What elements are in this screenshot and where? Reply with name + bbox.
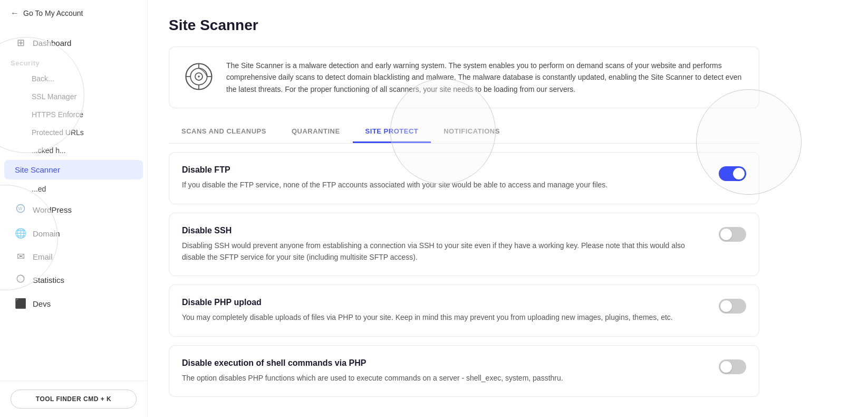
sidebar-item-devs[interactable]: ⬛ Devs [4, 292, 143, 315]
protect-section-shell-commands: Disable execution of shell commands via … [169, 345, 759, 397]
toggle-knob-php-upload [720, 300, 732, 312]
sidebar: ← Go To My Account ⊞ Dashboard Security … [0, 0, 148, 417]
sidebar-item-site-scanner[interactable]: Site Scanner [4, 160, 143, 179]
toggle-shell-commands[interactable] [719, 359, 746, 374]
sidebar-item-https-enforce[interactable]: HTTPS Enforce [4, 106, 143, 123]
sidebar-item-ssl-manager[interactable]: SSL Manager [4, 88, 143, 105]
sidebar-label-devs: Devs [33, 299, 51, 308]
toggle-wrap-ssh [719, 226, 746, 242]
tabs: SCANS AND CLEANUPS QUARANTINE SITE PROTE… [169, 121, 759, 144]
toggle-knob-ftp [733, 168, 745, 179]
tab-notifications[interactable]: NOTIFICATIONS [431, 121, 513, 143]
svg-point-6 [198, 75, 200, 78]
sidebar-label-statistics: Statistics [33, 276, 64, 285]
protect-text-shell-commands: Disable execution of shell commands via … [182, 358, 706, 384]
sidebar-item-dashboard[interactable]: ⊞ Dashboard [4, 32, 143, 54]
sidebar-label-advanced: ...ed [32, 185, 46, 193]
sidebar-item-advanced[interactable]: ...ed [4, 181, 143, 197]
statistics-icon [15, 274, 26, 286]
toggle-wrap-php-upload [719, 298, 746, 314]
tool-finder-button[interactable]: TOOL FINDER CMD + K [11, 390, 137, 409]
protect-section-ssh: Disable SSHDisabling SSH would prevent a… [169, 213, 759, 277]
back-arrow-icon: ← [11, 8, 19, 18]
sidebar-label-site-scanner: Site Scanner [15, 165, 60, 174]
scanner-icon-wrap [182, 60, 216, 93]
protect-title-ssh: Disable SSH [182, 226, 706, 235]
sidebar-item-locked[interactable]: ...cked h... [4, 142, 143, 159]
toggle-wrap-shell-commands [719, 358, 746, 374]
protect-title-php-upload: Disable PHP upload [182, 298, 706, 307]
sidebar-label-domain: Domain [33, 229, 60, 238]
devs-icon: ⬛ [15, 298, 26, 309]
tab-scans-and-cleanups[interactable]: SCANS AND CLEANUPS [169, 121, 279, 143]
protect-text-php-upload: Disable PHP uploadYou may completely dis… [182, 298, 706, 323]
sidebar-label-protected-urls: Protected URLs [32, 128, 84, 137]
tab-quarantine[interactable]: QUARANTINE [279, 121, 353, 143]
sidebar-footer: TOOL FINDER CMD + K [0, 381, 147, 417]
protect-text-ftp: Disable FTPIf you disable the FTP servic… [182, 165, 706, 191]
scanner-icon [184, 62, 214, 91]
sidebar-item-label-dashboard: Dashboard [33, 39, 71, 48]
go-back-button[interactable]: ← Go To My Account [0, 0, 147, 26]
page-title: Site Scanner [169, 17, 759, 34]
protect-title-shell-commands: Disable execution of shell commands via … [182, 358, 706, 368]
tab-site-protect[interactable]: SITE PROTECT [353, 121, 431, 143]
protect-items-list: Disable FTPIf you disable the FTP servic… [169, 152, 759, 397]
security-section-label: Security [0, 55, 147, 69]
svg-text:W: W [18, 206, 23, 211]
tool-finder-label: TOOL FINDER CMD + K [36, 395, 111, 403]
protect-desc-ssh: Disabling SSH would prevent anyone from … [182, 240, 706, 263]
wordpress-icon: W [15, 204, 26, 216]
info-card: The Site Scanner is a malware detection … [169, 46, 759, 108]
protect-section-ftp: Disable FTPIf you disable the FTP servic… [169, 152, 759, 204]
sidebar-label-ssl: SSL Manager [32, 92, 76, 101]
sidebar-label-email: Email [33, 252, 53, 261]
sidebar-item-wordpress[interactable]: W WordPress [4, 198, 143, 221]
protect-text-ssh: Disable SSHDisabling SSH would prevent a… [182, 226, 706, 263]
toggle-ftp[interactable] [719, 166, 746, 181]
sidebar-item-domain[interactable]: 🌐 Domain [4, 222, 143, 244]
protect-desc-ftp: If you disable the FTP service, none of … [182, 179, 706, 191]
go-back-label: Go To My Account [23, 9, 83, 17]
sidebar-item-statistics[interactable]: Statistics [4, 269, 143, 291]
sidebar-item-backups[interactable]: Back... [4, 70, 143, 87]
protect-section-php-upload: Disable PHP uploadYou may completely dis… [169, 285, 759, 336]
sidebar-nav: ⊞ Dashboard Security Back... SSL Manager… [0, 26, 147, 381]
dashboard-icon: ⊞ [15, 37, 26, 49]
sidebar-label-https: HTTPS Enforce [32, 110, 83, 119]
main-content: Site Scanner The Site Scanner is a malwa… [148, 0, 868, 417]
tabs-container: SCANS AND CLEANUPS QUARANTINE SITE PROTE… [169, 121, 759, 144]
protect-title-ftp: Disable FTP [182, 165, 706, 175]
protect-desc-shell-commands: The option disables PHP functions which … [182, 372, 706, 384]
protect-desc-php-upload: You may completely disable uploads of fi… [182, 311, 706, 323]
sidebar-label-locked: ...cked h... [32, 146, 66, 155]
toggle-wrap-ftp [719, 165, 746, 181]
toggle-ssh[interactable] [719, 227, 746, 242]
toggle-knob-shell-commands [720, 361, 732, 373]
sidebar-label-wordpress: WordPress [33, 205, 72, 214]
domain-icon: 🌐 [15, 228, 26, 239]
toggle-knob-ssh [720, 229, 732, 240]
toggle-php-upload[interactable] [719, 299, 746, 314]
info-text: The Site Scanner is a malware detection … [226, 60, 746, 95]
sidebar-label-backups: Back... [32, 74, 54, 83]
sidebar-item-email[interactable]: ✉ Email [4, 245, 143, 268]
email-icon: ✉ [15, 251, 26, 262]
sidebar-item-protected-urls[interactable]: Protected URLs [4, 124, 143, 141]
